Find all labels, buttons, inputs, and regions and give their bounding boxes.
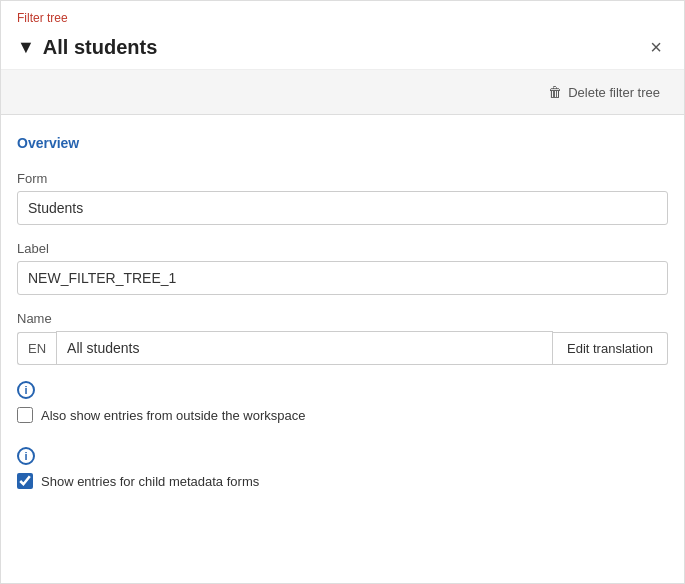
info-icon-2[interactable]: i — [17, 447, 35, 465]
info-row-2: i — [17, 447, 668, 465]
content: Overview Form Label Name EN Edit transla… — [1, 115, 684, 515]
delete-filter-tree-button[interactable]: 🗑 Delete filter tree — [540, 80, 668, 104]
page-container: Filter tree ▼ All students × 🗑 Delete fi… — [0, 0, 685, 584]
label-group: Label — [17, 241, 668, 295]
info-row-1: i — [17, 381, 668, 399]
name-row: EN Edit translation — [17, 331, 668, 365]
overview-section-title: Overview — [17, 135, 668, 151]
child-metadata-checkbox[interactable] — [17, 473, 33, 489]
toolbar: 🗑 Delete filter tree — [1, 70, 684, 115]
info-icon-1[interactable]: i — [17, 381, 35, 399]
spacer — [17, 429, 668, 437]
label-input[interactable] — [17, 261, 668, 295]
breadcrumb: Filter tree — [1, 1, 684, 29]
edit-translation-button[interactable]: Edit translation — [553, 332, 668, 365]
form-group: Form — [17, 171, 668, 225]
form-input[interactable] — [17, 191, 668, 225]
filter-icon: ▼ — [17, 37, 35, 58]
close-button[interactable]: × — [644, 35, 668, 59]
outside-workspace-label: Also show entries from outside the works… — [41, 408, 305, 423]
name-input[interactable] — [56, 331, 553, 365]
trash-icon: 🗑 — [548, 84, 562, 100]
lang-badge: EN — [17, 332, 56, 365]
header-title: ▼ All students — [17, 36, 157, 59]
label-label: Label — [17, 241, 668, 256]
name-group: Name EN Edit translation — [17, 311, 668, 365]
outside-workspace-row: Also show entries from outside the works… — [17, 407, 668, 423]
child-metadata-row: Show entries for child metadata forms — [17, 473, 668, 489]
header-bar: ▼ All students × — [1, 29, 684, 70]
delete-filter-tree-label: Delete filter tree — [568, 85, 660, 100]
name-label: Name — [17, 311, 668, 326]
page-title: All students — [43, 36, 157, 59]
form-label: Form — [17, 171, 668, 186]
child-metadata-label: Show entries for child metadata forms — [41, 474, 259, 489]
outside-workspace-checkbox[interactable] — [17, 407, 33, 423]
